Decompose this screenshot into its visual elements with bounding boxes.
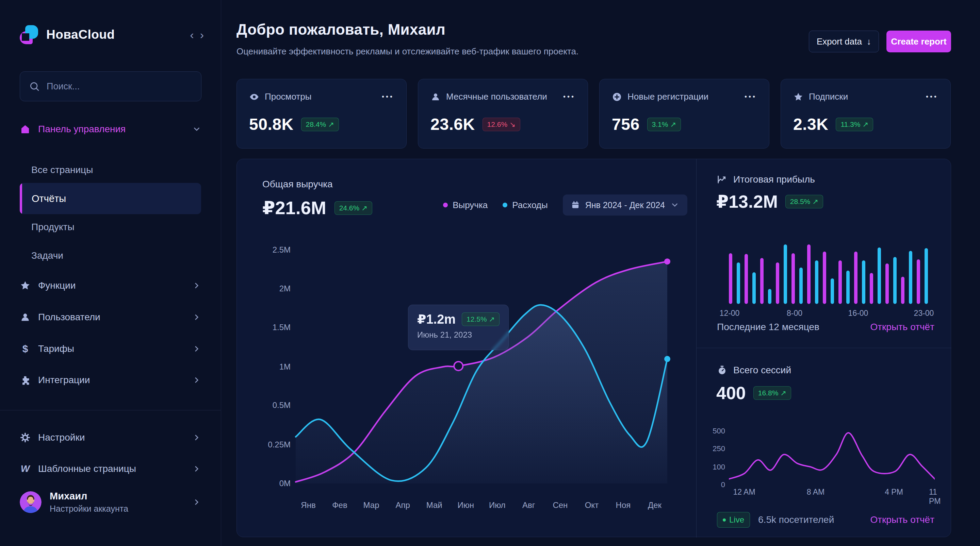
sidebar-item-tasks[interactable]: Задачи — [31, 246, 201, 265]
legend-item-revenue[interactable]: Выручка — [443, 200, 488, 210]
stat-badge: 3.1%↗ — [647, 117, 681, 131]
analytics-panel: Общая выручка ₽21.6M 24.6%↗ Выручка Расх… — [237, 159, 951, 537]
user-icon — [430, 92, 441, 102]
eye-icon — [249, 92, 259, 102]
more-button[interactable]: ••• — [745, 93, 757, 101]
profit-footer-label: Последние 12 месяцев — [717, 322, 819, 332]
active-indicator — [20, 183, 22, 214]
sidebar-item-pricing[interactable]: $ Тарифы — [20, 339, 201, 358]
bar — [807, 244, 811, 304]
revenue-chart-section: Общая выручка ₽21.6M 24.6%↗ Выручка Расх… — [237, 159, 696, 538]
legend-dot-cyan — [503, 203, 508, 207]
tooltip-badge: 12.5%↗ — [462, 313, 500, 326]
bar — [870, 273, 873, 304]
star-icon — [793, 92, 803, 102]
stat-badge: 28.4%↗ — [301, 117, 339, 131]
more-button[interactable]: ••• — [563, 93, 576, 101]
sidebar-item-label: Панель управления — [38, 124, 126, 135]
arrow-up-right-icon: ↗ — [862, 121, 869, 129]
bar — [909, 251, 912, 304]
bar — [838, 260, 842, 304]
side-reports-column: Итоговая прибыль ₽13.2M 28.5%↗ 12-008-00… — [696, 159, 951, 538]
sessions-badge: 16.8%↗ — [753, 386, 791, 400]
sidebar-item-integrations[interactable]: Интеграции — [20, 371, 201, 390]
legend-item-expenses[interactable]: Расходы — [503, 200, 547, 210]
brand-name: НоваCloud — [46, 27, 115, 42]
avatar — [20, 491, 41, 513]
export-data-button[interactable]: Export data ↓ — [809, 30, 879, 52]
stat-card-subscriptions: Подписки ••• 2.3K 11.3%↗ — [781, 79, 951, 149]
profit-badge: 28.5%↗ — [785, 195, 823, 208]
more-button[interactable]: ••• — [926, 93, 938, 101]
chevron-down-icon — [192, 125, 201, 133]
gear-icon — [20, 432, 30, 443]
page-title: Добро пожаловать, Михаил — [237, 21, 445, 38]
date-range-picker[interactable]: Янв 2024 - Дек 2024 — [563, 194, 687, 216]
logo-icon — [20, 25, 39, 44]
search-input[interactable] — [47, 81, 192, 92]
sidebar-item-features[interactable]: Функции — [20, 276, 201, 295]
bar — [878, 248, 881, 304]
sessions-line-chart — [729, 428, 935, 487]
stat-badge: 11.3%↗ — [836, 117, 873, 131]
legend-dot-magenta — [443, 203, 448, 207]
visitors-label: 6.5k посетителей — [758, 514, 834, 525]
sidebar-item-all-pages[interactable]: Все страницы — [31, 160, 201, 179]
trend-up-icon — [717, 175, 727, 185]
profit-bar-chart — [729, 244, 928, 304]
bar — [862, 260, 865, 304]
chevron-right-icon — [192, 281, 201, 290]
sidebar-item-template-pages[interactable]: W Шаблонные страницы — [20, 459, 201, 478]
collapse-left-icon[interactable]: ‹ — [190, 29, 194, 40]
arrow-up-right-icon: ↗ — [328, 121, 334, 129]
bar — [799, 268, 803, 304]
stat-value: 756 — [612, 115, 640, 133]
chevron-down-icon — [670, 201, 679, 210]
create-report-button[interactable]: Create report — [886, 30, 951, 52]
sidebar-item-dashboard[interactable]: Панель управления — [20, 120, 201, 139]
sessions-title: Всего сессий — [733, 365, 791, 376]
arrow-up-right-icon: ↗ — [489, 315, 495, 323]
bar — [901, 277, 904, 304]
sidebar-item-reports[interactable]: Отчёты — [20, 183, 201, 214]
profit-value: ₽13.2M — [716, 191, 778, 212]
stat-card-monthly-users: Месячные пользователи ••• 23.6K 12.6%↘ — [418, 79, 588, 149]
arrow-down-icon: ↓ — [867, 37, 871, 47]
revenue-title: Общая выручка — [262, 179, 333, 190]
tooltip-date: Июнь 21, 2023 — [417, 330, 500, 340]
stat-card-new-signups: Новые регистрации ••• 756 3.1%↗ — [599, 79, 769, 149]
live-badge: Live — [717, 512, 750, 528]
revenue-value: ₽21.6M — [262, 197, 326, 219]
stat-label: Просмотры — [265, 92, 311, 102]
bar — [776, 262, 779, 304]
chevron-right-icon — [192, 464, 201, 473]
sessions-value: 400 — [716, 383, 746, 403]
user-name: Михаил — [50, 490, 128, 502]
sidebar-item-settings[interactable]: Настройки — [20, 428, 201, 447]
w-icon: W — [20, 463, 30, 474]
collapse-right-icon[interactable]: › — [200, 29, 204, 40]
stat-label: Месячные пользователи — [446, 92, 547, 102]
stat-value: 23.6K — [430, 115, 475, 133]
bar — [760, 258, 764, 304]
dollar-icon: $ — [20, 343, 30, 354]
account-settings-item[interactable]: Михаил Настройки аккаунта — [20, 489, 201, 516]
sidebar-item-products[interactable]: Продукты — [31, 217, 201, 236]
bar — [846, 271, 850, 304]
sidebar: НоваCloud ‹ › Панель управления Все стра… — [0, 0, 221, 546]
open-report-link[interactable]: Открыть отчёт — [870, 322, 934, 332]
user-icon — [20, 312, 30, 323]
search-box[interactable] — [20, 71, 202, 101]
more-button[interactable]: ••• — [382, 93, 394, 101]
bar — [830, 278, 834, 304]
arrow-up-right-icon: ↗ — [670, 121, 676, 129]
bar — [768, 289, 772, 304]
bar — [729, 253, 732, 304]
bar — [924, 248, 928, 304]
bar — [893, 257, 897, 304]
stopwatch-icon — [717, 365, 727, 375]
open-report-link[interactable]: Открыть отчёт — [870, 514, 934, 525]
sidebar-item-users[interactable]: Пользователи — [20, 308, 201, 327]
stat-value: 2.3K — [793, 115, 828, 133]
chevron-right-icon — [192, 313, 201, 322]
